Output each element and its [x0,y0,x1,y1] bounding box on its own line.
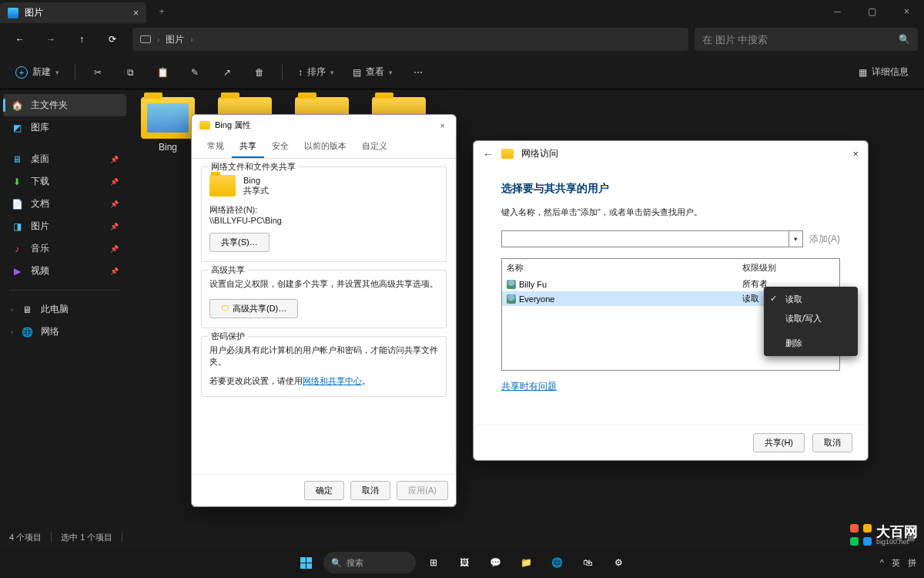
close-icon[interactable]: × [437,121,448,130]
ime-indicator[interactable]: 英 [892,557,900,569]
group-advanced-sharing: 高级共享 设置自定义权限，创建多个共享，并设置其他高级共享选项。 🛡高级共享(D… [201,270,447,328]
sidebar-item-home[interactable]: 🏠主文件夹 [3,94,126,116]
back-button[interactable]: ← [6,28,34,51]
sort-icon: ↕ [298,67,303,78]
new-button[interactable]: +新建▾ [9,62,65,82]
rename-button[interactable]: ✎ [182,64,208,81]
network-center-link[interactable]: 网络和共享中心 [303,376,362,385]
sidebar-item-pictures[interactable]: ◨图片📌 [3,215,126,237]
col-permission[interactable]: 权限级别 [742,262,835,274]
view-button[interactable]: ▤查看▾ [346,62,399,82]
folder-icon [199,121,210,129]
taskbar-settings[interactable]: ⚙ [605,549,631,576]
menu-delete[interactable]: 删除 [764,334,858,353]
minimize-button[interactable]: ─ [820,0,855,23]
taskbar-search[interactable]: 🔍搜索 [323,552,416,573]
tab-pictures[interactable]: 图片 × [0,2,146,23]
sidebar-item-downloads[interactable]: ⬇下载📌 [3,170,126,193]
sidebar: 🏠主文件夹 ◩图库 🖥桌面📌 ⬇下载📌 📄文档📌 ◨图片📌 ♪音乐📌 ▶视频📌 … [0,89,129,527]
breadcrumb[interactable]: › 图片 › [132,28,688,51]
menu-read[interactable]: 读取 [764,290,858,309]
dialog-titlebar[interactable]: Bing 属性 × [192,115,456,136]
more-button[interactable]: ⋯ [405,64,431,81]
sidebar-item-network[interactable]: ›🌐网络 [3,321,126,343]
network-path: \\BILLYFU-PC\Bing [209,216,438,225]
sidebar-item-desktop[interactable]: 🖥桌面📌 [3,148,126,170]
tab-security[interactable]: 安全 [264,136,296,158]
share-button[interactable]: 共享(S)… [209,233,270,252]
share-button[interactable]: ↗ [214,64,240,81]
chevron-right-icon: › [11,306,13,314]
taskbar-app[interactable]: 🖼 [451,549,477,576]
close-icon[interactable]: × [852,148,859,160]
user-combobox[interactable]: ▾ [501,230,803,247]
forward-button[interactable]: → [37,28,65,51]
sharing-help-link[interactable]: 共享时有问题 [501,381,557,391]
folder-bing[interactable]: Bing [137,97,199,519]
cancel-button[interactable]: 取消 [812,433,852,452]
user-list: 名称 权限级别 Billy Fu 所有者 Everyone 读取▼ 读取 读取/… [501,258,840,371]
crumb-pictures[interactable]: 图片 [166,33,184,46]
new-tab-button[interactable]: + [146,0,177,23]
sidebar-item-music[interactable]: ♪音乐📌 [3,237,126,260]
close-window-button[interactable]: × [889,0,924,23]
share-confirm-button[interactable]: 共享(H) [753,433,805,452]
tray-chevron-icon[interactable]: ^ [880,558,884,567]
apply-button[interactable]: 应用(A) [397,481,448,500]
refresh-button[interactable]: ⟳ [99,28,126,51]
tab-general[interactable]: 常规 [199,136,232,158]
taskbar-edge[interactable]: 🌐 [544,549,570,576]
taskbar-store[interactable]: 🛍 [574,549,601,576]
copy-icon: ⧉ [127,67,134,78]
tab-previous[interactable]: 以前的版本 [296,136,354,158]
search-input[interactable] [695,28,918,51]
delete-button[interactable]: 🗑 [246,64,273,81]
home-icon: 🏠 [11,99,23,112]
back-icon[interactable]: ← [483,148,494,160]
col-name[interactable]: 名称 [507,262,742,274]
tab-customize[interactable]: 自定义 [354,136,395,158]
tab-title: 图片 [25,6,43,19]
cut-button[interactable]: ✂ [85,64,111,81]
desktop-icon: 🖥 [11,153,23,166]
copy-button[interactable]: ⧉ [117,64,143,81]
ime-mode[interactable]: 拼 [908,557,916,569]
taskbar-explorer[interactable]: 📁 [513,549,539,576]
hint-text: 键入名称，然后单击"添加"，或者单击箭头查找用户。 [501,207,840,218]
start-button[interactable] [293,549,319,576]
chevron-down-icon[interactable]: ▾ [788,231,802,247]
properties-dialog: Bing 属性 × 常规 共享 安全 以前的版本 自定义 网络文件和文件夹共享 … [191,114,457,507]
task-view-button[interactable]: ⊞ [420,549,447,576]
folder-icon [501,149,514,159]
user-icon [507,280,516,289]
system-tray: ^ 英 拼 [872,557,924,569]
path-label: 网络路径(N): [209,204,438,216]
up-button[interactable]: ↑ [68,28,95,51]
list-header: 名称 权限级别 [502,259,839,277]
dialog-header: ← 网络访问 × [474,141,868,166]
tab-sharing[interactable]: 共享 [232,136,264,158]
window-controls: ─ ▢ × [820,0,924,23]
chevron-icon: › [157,35,159,44]
menu-readwrite[interactable]: 读取/写入 [764,309,858,328]
sidebar-item-videos[interactable]: ▶视频📌 [3,260,126,282]
cancel-button[interactable]: 取消 [350,481,390,500]
maximize-button[interactable]: ▢ [855,0,889,23]
selection-count: 选中 1 个项目 [61,532,112,543]
sidebar-item-gallery[interactable]: ◩图库 [3,116,126,139]
details-view-button[interactable]: ▦详细信息 [852,62,915,82]
group-network-sharing: 网络文件和文件夹共享 Bing 共享式 网络路径(N): \\BILLYFU-P… [201,166,447,262]
pin-icon: 📌 [110,245,119,253]
taskbar-app[interactable]: 💬 [482,549,508,576]
add-button[interactable]: 添加(A) [809,230,840,247]
advanced-share-button[interactable]: 🛡高级共享(D)… [209,299,298,318]
sort-button[interactable]: ↕排序▾ [292,62,340,82]
paste-button[interactable]: 📋 [149,64,176,81]
sidebar-item-thispc[interactable]: ›🖥此电脑 [3,298,126,321]
chevron-right-icon: › [11,328,13,336]
search-icon: 🔍 [899,34,910,45]
tab-close-icon[interactable]: × [133,8,139,18]
sidebar-item-documents[interactable]: 📄文档📌 [3,193,126,215]
logo-icon [850,524,872,546]
ok-button[interactable]: 确定 [304,481,344,500]
